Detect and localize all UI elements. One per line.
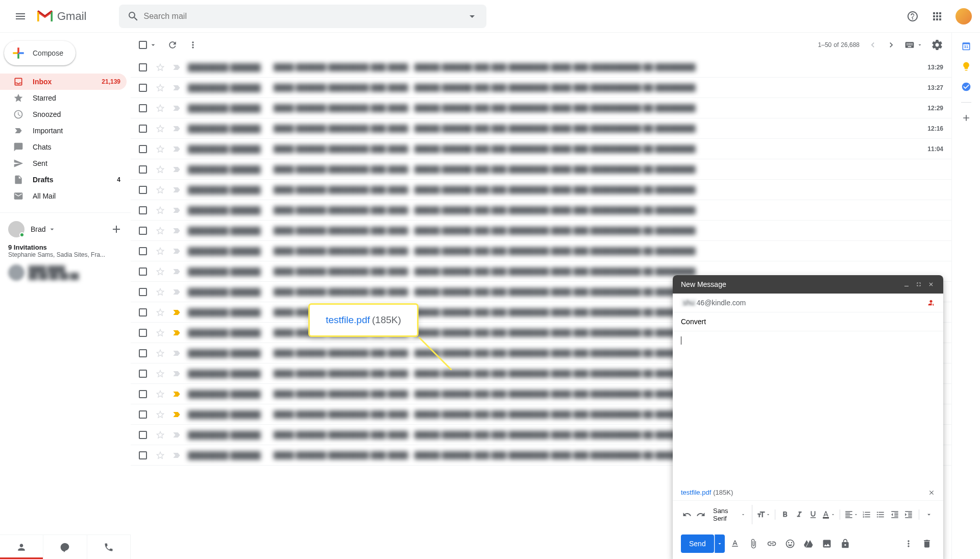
star-icon[interactable] [155, 185, 165, 195]
star-icon[interactable] [155, 430, 165, 440]
mail-row[interactable]: ████████ ██████ ████ ██████ ████████ ███… [131, 180, 951, 200]
star-icon[interactable] [155, 348, 165, 358]
tasks-button[interactable] [961, 82, 971, 92]
important-icon[interactable] [172, 124, 182, 134]
mail-checkbox[interactable] [139, 349, 147, 357]
important-icon[interactable] [172, 409, 182, 420]
sidebar-item-sent[interactable]: Sent [0, 155, 127, 172]
important-icon[interactable] [172, 266, 182, 277]
important-icon[interactable] [172, 307, 182, 318]
mail-checkbox[interactable] [139, 268, 147, 276]
star-icon[interactable] [155, 409, 165, 420]
star-icon[interactable] [155, 226, 165, 236]
compose-header[interactable]: New Message [673, 275, 943, 294]
mail-row[interactable]: ████████ ██████ ████ ██████ ████████ ███… [131, 159, 951, 180]
add-contact-icon[interactable] [110, 223, 122, 235]
compose-to-field[interactable]: shu46@kindle.com [673, 294, 943, 312]
sidebar-item-allmail[interactable]: All Mail [0, 188, 127, 204]
important-icon[interactable] [172, 369, 182, 379]
more-formatting-button[interactable] [923, 507, 935, 522]
sidebar-item-inbox[interactable]: Inbox 21,139 [0, 74, 127, 90]
fullscreen-button[interactable] [915, 280, 923, 288]
star-icon[interactable] [155, 450, 165, 460]
mail-checkbox[interactable] [139, 247, 147, 255]
mail-checkbox[interactable] [139, 125, 147, 133]
important-icon[interactable] [172, 144, 182, 154]
refresh-button[interactable] [167, 40, 178, 50]
emoji-button[interactable] [782, 536, 798, 552]
support-button[interactable] [902, 6, 923, 27]
remove-attachment-button[interactable] [928, 489, 935, 496]
bold-button[interactable] [779, 507, 791, 522]
drive-button[interactable] [800, 536, 817, 552]
important-icon[interactable] [172, 450, 182, 460]
important-icon[interactable] [172, 185, 182, 195]
contact-warning-icon[interactable] [927, 299, 935, 307]
link-button[interactable] [764, 536, 780, 552]
hangouts-tab-contacts[interactable] [0, 535, 43, 559]
important-icon[interactable] [172, 287, 182, 297]
apps-button[interactable] [927, 6, 947, 27]
compose-button[interactable]: Compose [4, 41, 76, 65]
search-button[interactable] [123, 6, 143, 27]
formatting-button[interactable] [727, 536, 743, 552]
mail-row[interactable]: ████████ ██████ ████ ██████ ████████ ███… [131, 78, 951, 98]
important-icon[interactable] [172, 389, 182, 399]
italic-button[interactable] [793, 507, 805, 522]
important-icon[interactable] [172, 226, 182, 236]
next-page-button[interactable] [886, 40, 896, 50]
send-button[interactable]: Send [681, 534, 714, 553]
send-options-button[interactable] [715, 534, 725, 553]
hangouts-tab-chat[interactable] [43, 535, 87, 559]
compose-subject-field[interactable] [673, 312, 943, 331]
attachment-chip[interactable]: testfile.pdf (185K) [673, 484, 943, 500]
mail-checkbox[interactable] [139, 308, 147, 317]
sidebar-item-drafts[interactable]: Drafts 4 [0, 172, 127, 188]
important-icon[interactable] [172, 205, 182, 215]
star-icon[interactable] [155, 307, 165, 318]
important-icon[interactable] [172, 348, 182, 358]
mail-checkbox[interactable] [139, 145, 147, 153]
mail-row[interactable]: ████████ ██████ ████ ██████ ████████ ███… [131, 221, 951, 241]
main-menu-button[interactable] [8, 4, 33, 29]
settings-button[interactable] [931, 39, 943, 51]
numbered-list-button[interactable] [861, 507, 872, 522]
important-icon[interactable] [172, 430, 182, 440]
hangouts-tab-phone[interactable] [87, 535, 131, 559]
important-icon[interactable] [172, 164, 182, 175]
star-icon[interactable] [155, 83, 165, 93]
hangouts-user[interactable]: Brad [0, 217, 131, 241]
get-addons-button[interactable] [961, 113, 971, 123]
mail-checkbox[interactable] [139, 431, 147, 439]
sidebar-item-important[interactable]: Important [0, 123, 127, 139]
bullet-list-button[interactable] [874, 507, 886, 522]
close-button[interactable] [927, 280, 935, 288]
input-language-button[interactable] [904, 40, 923, 50]
star-icon[interactable] [155, 103, 165, 113]
underline-button[interactable] [807, 507, 819, 522]
mail-checkbox[interactable] [139, 410, 147, 419]
star-icon[interactable] [155, 287, 165, 297]
account-avatar[interactable] [955, 8, 972, 25]
mail-checkbox[interactable] [139, 186, 147, 194]
calendar-button[interactable]: 31 [961, 41, 971, 51]
search-input[interactable] [143, 12, 462, 21]
mail-row[interactable]: ████████ ██████ ████ ██████ ████████ ███… [131, 241, 951, 261]
mail-row[interactable]: ████████ ██████ ████ ██████ ████████ ███… [131, 139, 951, 159]
mail-checkbox[interactable] [139, 104, 147, 112]
star-icon[interactable] [155, 266, 165, 277]
star-icon[interactable] [155, 369, 165, 379]
star-icon[interactable] [155, 164, 165, 175]
mail-checkbox[interactable] [139, 84, 147, 92]
important-icon[interactable] [172, 246, 182, 256]
attach-button[interactable] [745, 536, 762, 552]
sidebar-item-starred[interactable]: Starred [0, 90, 127, 106]
important-icon[interactable] [172, 328, 182, 338]
mail-row[interactable]: ████████ ██████ ████ ██████ ████████ ███… [131, 57, 951, 78]
mail-checkbox[interactable] [139, 288, 147, 296]
text-color-button[interactable] [821, 507, 836, 522]
star-icon[interactable] [155, 205, 165, 215]
keep-button[interactable] [961, 61, 971, 71]
important-icon[interactable] [172, 83, 182, 93]
gmail-logo[interactable]: Gmail [35, 6, 86, 27]
